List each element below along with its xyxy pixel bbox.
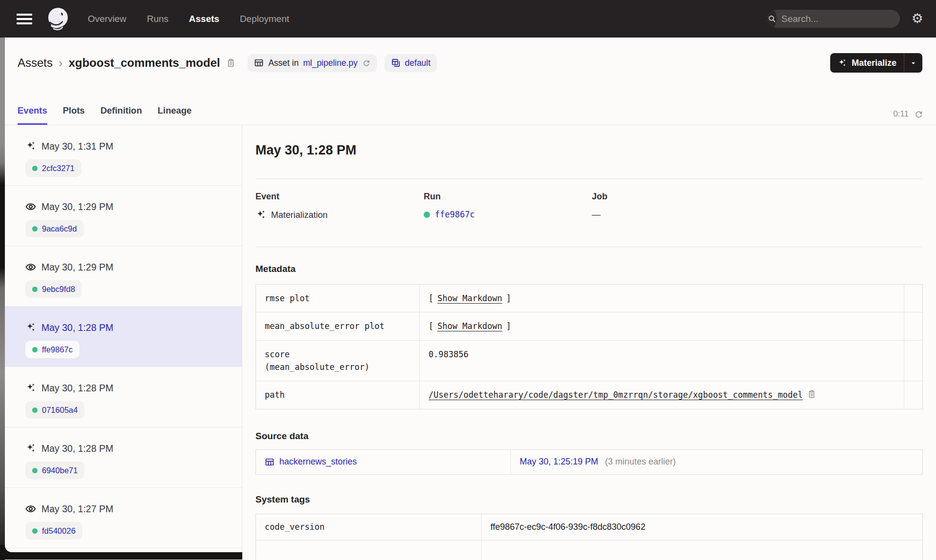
page-body: May 30, 1:31 PM 2cfc3271 May 30, 1:29 PM xyxy=(0,125,936,560)
observation-eye-icon xyxy=(25,262,36,272)
system-tag-key: code_version xyxy=(256,514,481,540)
tab-lineage[interactable]: Lineage xyxy=(157,105,192,125)
run-id-link[interactable]: 2cfc3271 xyxy=(42,164,75,173)
metadata-key: score (mean_absolute_error) xyxy=(256,341,419,381)
run-status-dot xyxy=(424,212,430,218)
materialization-sparkle-icon xyxy=(25,322,36,333)
menu-icon[interactable] xyxy=(17,14,32,24)
breadcrumb-separator: › xyxy=(58,56,63,71)
run-status-dot xyxy=(32,468,38,473)
breadcrumb-assets-link[interactable]: Assets xyxy=(18,56,53,70)
tab-plots[interactable]: Plots xyxy=(63,105,85,125)
tab-events[interactable]: Events xyxy=(18,105,47,125)
asset-page: Assets › xgboost_comments_model Asset in… xyxy=(0,38,936,560)
sparkle-icon xyxy=(838,58,847,68)
event-detail-panel: May 30, 1:28 PM Event Materialization Ru… xyxy=(243,125,936,560)
reload-code-location-icon[interactable] xyxy=(362,59,370,67)
run-status-dot xyxy=(32,287,38,292)
run-id-tag[interactable]: fd540026 xyxy=(25,522,82,540)
run-id-link[interactable]: 9ebc9fd8 xyxy=(42,285,75,294)
group-name-link[interactable]: default xyxy=(405,58,431,68)
copy-path-icon[interactable] xyxy=(807,389,817,399)
event-type-value: Materialization xyxy=(271,210,328,220)
page-title-asset-name: xgboost_comments_model xyxy=(69,56,220,70)
search-input[interactable] xyxy=(777,14,900,24)
run-status-dot xyxy=(32,528,38,534)
group-chip[interactable]: default xyxy=(385,54,437,72)
run-status-dot xyxy=(32,407,38,413)
search-icon xyxy=(767,10,777,28)
run-id-link[interactable]: 071605a4 xyxy=(42,406,78,415)
run-id-tag[interactable]: 9aca6c9d xyxy=(25,220,84,237)
event-timestamp: May 30, 1:28 PM xyxy=(41,443,113,454)
run-id-link[interactable]: 9aca6c9d xyxy=(42,224,77,233)
materialization-sparkle-icon xyxy=(255,210,266,220)
event-detail-title: May 30, 1:28 PM xyxy=(255,143,923,158)
bracket: ] xyxy=(506,292,511,305)
refresh-countdown: 0:11 xyxy=(893,109,909,119)
nav-runs[interactable]: Runs xyxy=(147,14,168,24)
run-id-tag[interactable]: 9ebc9fd8 xyxy=(25,280,82,298)
event-timestamp: May 30, 1:29 PM xyxy=(41,262,113,273)
run-id-tag[interactable]: 2cfc3271 xyxy=(25,159,81,177)
asset-in-label: Asset in xyxy=(268,58,298,68)
spare-cell xyxy=(904,341,922,381)
pipeline-file-link[interactable]: ml_pipeline.py xyxy=(303,58,358,68)
group-icon xyxy=(391,58,401,68)
source-materialization-time-link[interactable]: May 30, 1:25:19 PM xyxy=(520,457,598,467)
source-asset-link[interactable]: hackernews_stories xyxy=(279,457,357,467)
metadata-key: rmse plot xyxy=(256,285,419,312)
top-nav: Overview Runs Assets Deployment / ⚙ xyxy=(0,0,936,38)
event-list-item[interactable]: May 30, 1:29 PM 9aca6c9d xyxy=(5,186,242,246)
storage-path-link[interactable]: /Users/odetteharary/code/dagster/tmp_0mz… xyxy=(429,388,803,401)
materialization-sparkle-icon xyxy=(25,383,36,393)
event-timestamp: May 30, 1:28 PM xyxy=(41,322,113,333)
event-list-item[interactable]: May 30, 1:27 PM fd540026 xyxy=(5,488,242,548)
observation-eye-icon xyxy=(25,201,36,212)
metadata-key: mean_absolute_error plot xyxy=(256,312,419,340)
system-tag-value: ffe9867c-ec9c-4f06-939c-f8dc830c0962 xyxy=(481,514,922,540)
search-box[interactable]: / xyxy=(767,10,900,28)
materialize-dropdown-caret[interactable] xyxy=(904,59,922,67)
refresh-icon[interactable] xyxy=(914,110,923,119)
event-list-item[interactable]: May 30, 1:29 PM 9ebc9fd8 xyxy=(5,246,242,307)
event-timestamp: May 30, 1:31 PM xyxy=(41,141,113,152)
materialize-button[interactable]: Materialize xyxy=(830,53,922,73)
run-id-tag[interactable]: 071605a4 xyxy=(25,401,84,419)
run-label: Run xyxy=(424,192,592,202)
event-list-item[interactable]: May 30, 1:28 PM 6940be71 xyxy=(5,427,242,488)
nav-right: / ⚙ xyxy=(767,10,923,28)
nav-assets[interactable]: Assets xyxy=(189,14,219,24)
table-row: score (mean_absolute_error) 0.983856 xyxy=(256,340,922,381)
spare-cell xyxy=(904,381,922,408)
system-tags-table: code_version ffe9867c-ec9c-4f06-939c-f8d… xyxy=(255,514,923,560)
run-id-link[interactable]: ffe9867c xyxy=(435,210,475,219)
system-tags-heading: System tags xyxy=(255,494,923,505)
event-list-item[interactable]: May 30, 1:31 PM 2cfc3271 xyxy=(5,125,242,186)
table-row: rmse plot [Show Markdown] xyxy=(256,285,922,312)
settings-gear-icon[interactable]: ⚙ xyxy=(912,12,923,25)
run-id-link[interactable]: fd540026 xyxy=(42,526,76,536)
observation-eye-icon xyxy=(25,503,36,514)
tab-definition[interactable]: Definition xyxy=(100,105,142,125)
dagster-logo[interactable] xyxy=(45,6,71,32)
asset-location-chip[interactable]: Asset in ml_pipeline.py xyxy=(248,54,376,72)
divider xyxy=(255,178,923,179)
metadata-score-value: 0.983856 xyxy=(419,341,904,381)
dagster-app: Overview Runs Assets Deployment / ⚙ Asse… xyxy=(0,0,936,560)
run-id-link[interactable]: 6940be71 xyxy=(42,466,78,475)
nav-deployment[interactable]: Deployment xyxy=(240,14,289,24)
nav-overview[interactable]: Overview xyxy=(88,14,126,24)
event-label: Event xyxy=(255,192,424,202)
show-markdown-link[interactable]: Show Markdown xyxy=(437,292,502,305)
event-list-item[interactable]: May 30, 1:28 PM 071605a4 xyxy=(5,367,242,427)
run-id-link[interactable]: ffe9867c xyxy=(42,345,73,354)
run-id-tag[interactable]: 6940be71 xyxy=(25,462,84,479)
event-list-item-selected[interactable]: May 30, 1:28 PM ffe9867c xyxy=(5,307,242,367)
show-markdown-link[interactable]: Show Markdown xyxy=(437,320,502,332)
copy-asset-name-icon[interactable] xyxy=(226,58,236,68)
source-data-table: hackernews_stories May 30, 1:25:19 PM (3… xyxy=(255,449,923,475)
system-tag-key xyxy=(256,541,481,560)
source-asset-cell: hackernews_stories xyxy=(256,450,510,474)
run-id-tag[interactable]: ffe9867c xyxy=(25,341,79,358)
